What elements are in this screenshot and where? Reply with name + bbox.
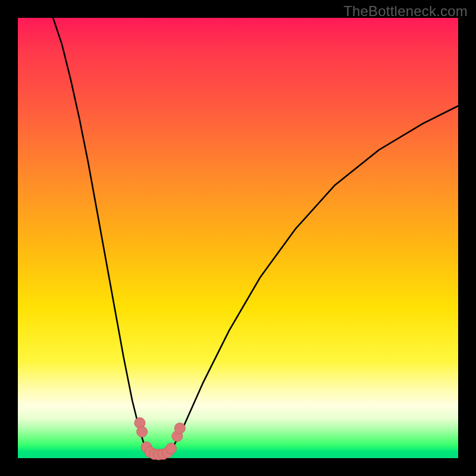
curve-right	[172, 106, 458, 449]
curve-left	[53, 18, 145, 449]
chart-svg	[18, 18, 458, 458]
plot-area	[18, 18, 458, 458]
valley-marker	[174, 423, 185, 434]
chart-frame: TheBottleneck.com	[0, 0, 476, 476]
valley-marker	[137, 427, 148, 437]
valley-marker	[166, 443, 177, 454]
watermark-text: TheBottleneck.com	[343, 3, 468, 20]
